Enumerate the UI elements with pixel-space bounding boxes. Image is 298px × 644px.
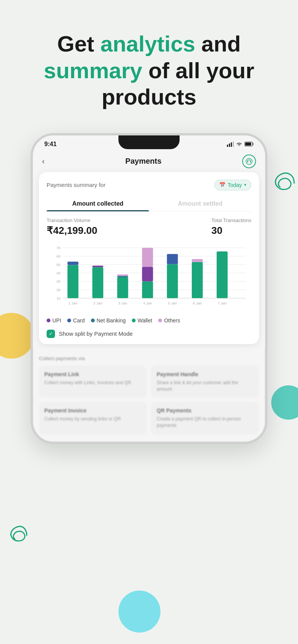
cyan-blob-decoration	[118, 591, 160, 633]
total-transactions-stat: Total Transactions 30	[211, 217, 251, 237]
teal-spiral2-decoration	[4, 522, 31, 549]
tabs: Amount collected Amount settled	[47, 196, 251, 211]
hero-analytics-highlight: analytics	[100, 31, 195, 56]
svg-text:20: 20	[57, 288, 61, 292]
payment-link-card: Payment Link Collect money with Links, I…	[39, 366, 147, 398]
legend-net-banking: Net Banking	[91, 317, 126, 324]
chart-legend: UPI Card Net Banking Wallet	[47, 317, 251, 324]
payment-handle-title: Payment Handle	[157, 371, 254, 377]
legend-upi: UPI	[47, 317, 61, 324]
payment-invoice-desc: Collect money by sending links or QR	[44, 416, 141, 422]
svg-rect-32	[142, 281, 153, 298]
svg-text:50: 50	[57, 262, 61, 267]
svg-text:30: 30	[57, 279, 61, 283]
svg-rect-27	[92, 267, 104, 298]
payment-handle-card: Payment Handle Share a link & let your c…	[151, 366, 259, 398]
svg-rect-29	[117, 277, 128, 298]
svg-rect-0	[227, 145, 228, 147]
tab-amount-collected[interactable]: Amount collected	[47, 196, 149, 211]
legend-card: Card	[67, 317, 84, 324]
bottom-area: Collect payments via Payment Link Collec…	[33, 348, 265, 442]
legend-upi-label: UPI	[52, 317, 61, 324]
svg-text:6 Jan: 6 Jan	[193, 301, 202, 305]
payment-invoice-card: Payment Invoice Collect money by sending…	[39, 402, 147, 434]
split-checkbox-label: Show split by Payment Mode	[59, 330, 133, 337]
hero-summary-highlight: summary	[44, 58, 142, 83]
legend-wallet-label: Wallet	[138, 317, 152, 324]
payment-grid: Payment Link Collect money with Links, I…	[39, 366, 259, 434]
transaction-volume-label: Transaction Volume	[47, 217, 97, 223]
bar-chart: 70 60 50 40 30 20 10	[47, 243, 251, 311]
svg-rect-26	[68, 262, 79, 265]
hero-products: products	[102, 84, 196, 109]
legend-card-label: Card	[73, 317, 84, 324]
tab-amount-settled[interactable]: Amount settled	[149, 196, 251, 211]
payment-link-desc: Collect money with Links, Invoices and Q…	[44, 380, 141, 386]
today-badge[interactable]: 📅 Today ▾	[214, 180, 251, 190]
svg-rect-25	[68, 265, 79, 298]
summary-header: Payments summary for 📅 Today ▾	[47, 180, 251, 190]
hero-title: Get analytics and summary of all your pr…	[23, 31, 275, 110]
payment-handle-desc: Share a link & let your customer add the…	[157, 380, 254, 393]
svg-text:4 Jan: 4 Jan	[143, 301, 152, 305]
wifi-icon	[236, 142, 242, 147]
back-button[interactable]: ‹	[42, 157, 45, 166]
svg-rect-1	[229, 143, 230, 147]
svg-text:60: 60	[57, 254, 61, 258]
svg-text:2 Jan: 2 Jan	[93, 301, 102, 305]
svg-rect-37	[192, 262, 203, 298]
svg-text:1 Jan: 1 Jan	[68, 301, 77, 305]
svg-text:70: 70	[57, 246, 61, 250]
status-time: 9:41	[44, 141, 57, 148]
transaction-volume-value: ₹42,199.00	[47, 225, 97, 237]
hero-section: Get analytics and summary of all your pr…	[0, 0, 298, 126]
payment-invoice-title: Payment Invoice	[44, 407, 141, 414]
svg-rect-28	[92, 266, 104, 267]
svg-text:5 Jan: 5 Jan	[168, 301, 177, 305]
svg-rect-2	[231, 142, 232, 147]
signal-icon	[227, 142, 234, 147]
chart-svg: 70 60 50 40 30 20 10	[47, 243, 251, 311]
svg-rect-8	[247, 161, 248, 163]
nav-bar: ‹ Payments	[33, 151, 265, 172]
qr-payments-card: QR Payments Create a payment QR to colle…	[151, 402, 259, 434]
card-color-dot	[67, 319, 71, 322]
svg-rect-35	[167, 264, 178, 298]
transaction-volume-stat: Transaction Volume ₹42,199.00	[47, 217, 97, 237]
collect-payments-label: Collect payments via	[39, 356, 259, 361]
netbanking-color-dot	[91, 319, 95, 322]
upi-color-dot	[47, 319, 50, 322]
svg-text:10: 10	[57, 296, 61, 300]
headset-icon[interactable]	[242, 155, 256, 168]
wallet-color-dot	[132, 319, 136, 322]
battery-icon	[245, 142, 254, 147]
split-checkbox[interactable]: ✓	[47, 330, 55, 338]
summary-card: Payments summary for 📅 Today ▾ Amount co…	[39, 172, 259, 344]
show-split-checkbox-row[interactable]: ✓ Show split by Payment Mode	[47, 330, 251, 338]
svg-text:40: 40	[57, 271, 61, 275]
svg-rect-3	[233, 142, 234, 147]
status-icons	[227, 142, 254, 147]
summary-label: Payments summary for	[47, 182, 105, 188]
svg-rect-34	[142, 248, 153, 267]
nav-title: Payments	[49, 157, 238, 166]
svg-rect-33	[142, 267, 153, 281]
svg-rect-36	[167, 254, 178, 264]
phone-mockup: 9:41	[31, 133, 267, 444]
stats-row: Transaction Volume ₹42,199.00 Total Tran…	[47, 217, 251, 237]
calendar-icon: 📅	[219, 182, 225, 188]
legend-others: Others	[158, 317, 180, 324]
svg-text:3 Jan: 3 Jan	[118, 301, 127, 305]
payment-link-title: Payment Link	[44, 371, 141, 377]
svg-rect-5	[253, 143, 254, 145]
today-label: Today	[228, 182, 242, 188]
phone-container: 9:41	[0, 133, 298, 444]
svg-rect-31	[117, 274, 128, 276]
total-transactions-value: 30	[211, 225, 251, 237]
svg-rect-30	[117, 276, 128, 277]
svg-text:7 Jan: 7 Jan	[218, 301, 227, 305]
total-transactions-label: Total Transactions	[211, 217, 251, 223]
svg-rect-6	[245, 143, 251, 146]
qr-payments-title: QR Payments	[157, 407, 254, 414]
legend-netbanking-label: Net Banking	[97, 317, 126, 324]
